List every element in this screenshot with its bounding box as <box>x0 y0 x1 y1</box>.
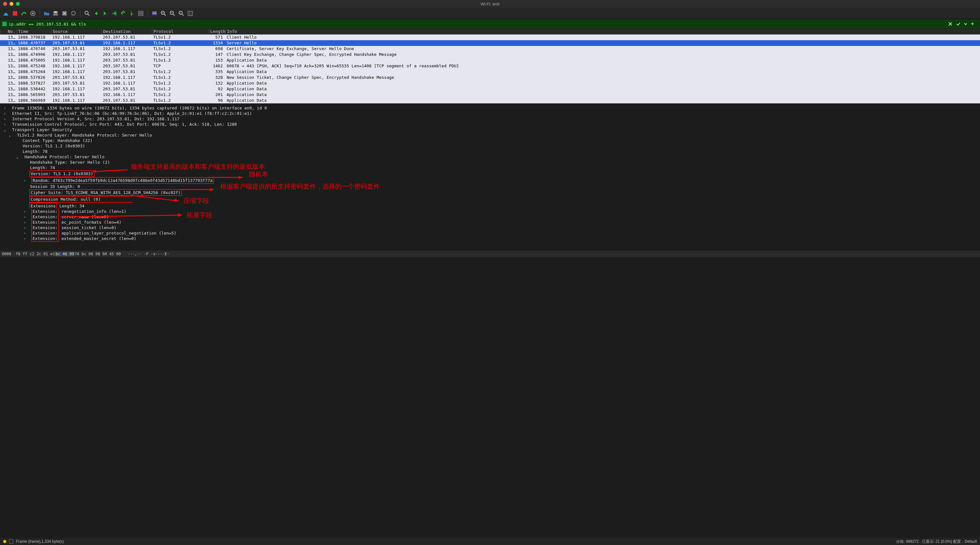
tree-content-type[interactable]: Content Type: Handshake (22) <box>23 138 92 143</box>
tree-handshake-protocol[interactable]: Handshake Protocol: Server Hello <box>25 154 104 159</box>
shark-fin-icon[interactable] <box>3 10 10 17</box>
chevron-right-icon[interactable]: › <box>23 230 27 236</box>
packet-row[interactable]: 13…1888.470740203.107.53.81192.168.1.117… <box>0 46 980 52</box>
packet-list-pane[interactable]: 13…1888.379818192.168.1.117203.107.53.81… <box>0 35 980 104</box>
col-header-time[interactable]: Time <box>17 29 51 34</box>
chevron-right-icon[interactable]: › <box>23 225 27 230</box>
tree-frame[interactable]: Frame 133658: 1334 bytes on wire (10672 … <box>12 106 267 110</box>
tree-ext-alpn[interactable]: application_layer_protocol_negotiation (… <box>61 231 176 235</box>
close-file-icon[interactable] <box>61 10 68 17</box>
goto-first-icon[interactable] <box>119 10 126 17</box>
tree-version-record[interactable]: Version: TLS 1.2 (0x0303) <box>23 144 85 148</box>
tree-ext-prefix: Extension: <box>31 236 59 242</box>
tree-ext-prefix: Extension: <box>31 230 59 236</box>
tree-ext-ec-point[interactable]: ec_point_formats (len=4) <box>61 220 121 225</box>
edit-icon[interactable] <box>9 539 13 544</box>
chevron-right-icon[interactable]: › <box>23 209 27 214</box>
chevron-right-icon[interactable]: › <box>3 105 7 111</box>
open-file-icon[interactable] <box>43 10 50 17</box>
chevron-down-icon[interactable]: ⌄ <box>3 127 7 132</box>
go-back-icon[interactable] <box>92 10 100 17</box>
tree-tcp[interactable]: Transmission Control Protocol, Src Port:… <box>12 122 237 127</box>
auto-scroll-icon[interactable] <box>137 10 144 17</box>
restart-capture-icon[interactable] <box>21 10 27 17</box>
packet-row[interactable]: 13…1888.537826203.107.53.81192.168.1.117… <box>0 75 980 80</box>
tree-ethernet[interactable]: Ethernet II, Src: Tp-LinkT_76:bc:06 (bc:… <box>12 111 252 116</box>
colorize-icon[interactable] <box>151 10 158 17</box>
minimize-window-icon[interactable] <box>10 2 13 6</box>
svg-line-7 <box>88 14 89 16</box>
capture-options-icon[interactable] <box>29 10 37 17</box>
col-header-source[interactable]: Source <box>51 29 102 34</box>
col-header-protocol[interactable]: Protocol <box>152 29 209 34</box>
tree-extensions-length[interactable]: Length: 34 <box>59 203 84 208</box>
packet-row[interactable]: 13…1888.538442192.168.1.117203.107.53.81… <box>0 86 980 92</box>
tree-random[interactable]: Random: d763c799e2dea5f59fb9dc12a476598d… <box>31 177 214 184</box>
packet-details-pane[interactable]: › Frame 133658: 1334 bytes on wire (1067… <box>0 104 980 251</box>
chevron-down-icon[interactable]: ⌄ <box>8 132 12 138</box>
packet-row[interactable]: 13…1888.475248192.168.1.117203.107.53.81… <box>0 63 980 69</box>
col-header-length[interactable]: Length <box>209 29 225 34</box>
tree-tls-record[interactable]: TLSv1.2 Record Layer: Handshake Protocol… <box>17 133 152 138</box>
hex-view-pane[interactable]: 0000 f8 ff c2 2c 01 e1 bc 46 99 76 bc 06… <box>0 251 980 257</box>
chevron-right-icon[interactable]: › <box>3 122 7 127</box>
packet-row[interactable]: 13…1888.565903203.107.53.81192.168.1.117… <box>0 92 980 98</box>
clear-filter-icon[interactable] <box>948 21 953 27</box>
stop-capture-icon[interactable] <box>11 10 19 17</box>
chevron-right-icon[interactable]: › <box>23 219 27 225</box>
packet-list-header: No. Time Source Destination Protocol Len… <box>0 29 980 35</box>
expert-info-led-icon[interactable] <box>3 540 6 543</box>
bookmark-icon[interactable] <box>2 22 7 26</box>
chevron-down-icon[interactable]: ⌄ <box>15 154 19 159</box>
find-packet-icon[interactable] <box>84 10 91 17</box>
tree-ext-renegotiation[interactable]: renegotiation_info (len=1) <box>61 209 126 214</box>
display-filter-input[interactable] <box>7 21 948 27</box>
col-header-destination[interactable]: Destination <box>102 29 152 34</box>
svg-point-6 <box>85 11 88 14</box>
tree-ext-session-ticket[interactable]: session_ticket (len=0) <box>61 225 116 230</box>
packet-row[interactable]: 13…1888.470737203.107.53.81192.168.1.117… <box>0 40 980 46</box>
tree-ext-server-name[interactable]: server_name (len=0) <box>61 215 109 219</box>
chevron-right-icon[interactable]: › <box>23 178 27 183</box>
tree-tls[interactable]: Transport Layer Security <box>12 127 72 132</box>
tree-ext-prefix: Extension: <box>31 214 59 219</box>
add-filter-button-icon[interactable]: + <box>971 21 976 27</box>
save-file-icon[interactable] <box>52 10 59 17</box>
reload-file-icon[interactable] <box>70 10 77 17</box>
go-forward-icon[interactable] <box>102 10 108 17</box>
packet-row[interactable]: 13…1888.537827203.107.53.81192.168.1.117… <box>0 80 980 86</box>
apply-filter-icon[interactable] <box>955 21 961 27</box>
filter-dropdown-icon[interactable] <box>963 21 968 27</box>
tree-cipher-suite[interactable]: Cipher Suite: TLS_ECDHE_RSA_WITH_AES_128… <box>29 189 182 196</box>
maximize-window-icon[interactable] <box>16 2 20 6</box>
tree-ext-prefix: Extension: <box>31 219 59 225</box>
chevron-right-icon[interactable]: › <box>23 214 27 219</box>
tree-handshake-type[interactable]: Handshake Type: Server Hello (2) <box>30 160 110 165</box>
col-header-info[interactable]: Info <box>225 29 980 34</box>
chevron-right-icon[interactable]: › <box>3 116 7 122</box>
tree-compression-method[interactable]: Compression Method: null (0) <box>29 196 132 203</box>
tree-ext-left: Extensions <box>29 203 57 209</box>
hex-ascii: ···,·· ·F ·v····E· <box>128 252 169 256</box>
goto-last-icon[interactable] <box>128 10 135 17</box>
packet-row[interactable]: 13…1888.566969192.168.1.117203.107.53.81… <box>0 98 980 103</box>
tree-ip[interactable]: Internet Protocol Version 4, Src: 203.10… <box>12 116 180 121</box>
zoom-reset-icon[interactable]: 1 <box>178 10 185 17</box>
tree-handshake-version[interactable]: Version: TLS 1.2 (0x0303) <box>29 170 94 177</box>
tree-length-record[interactable]: Length: 78 <box>23 149 48 154</box>
zoom-out-icon[interactable] <box>169 10 176 17</box>
chevron-right-icon[interactable]: › <box>3 111 7 116</box>
packet-row[interactable]: 13…1888.474906192.168.1.117203.107.53.81… <box>0 52 980 57</box>
zoom-in-icon[interactable] <box>160 10 167 17</box>
tree-session-id-length[interactable]: Session ID Length: 0 <box>30 184 80 189</box>
packet-row[interactable]: 13…1888.379818192.168.1.117203.107.53.81… <box>0 35 980 40</box>
tree-handshake-length[interactable]: Length: 74 <box>30 165 55 170</box>
tree-ext-master-secret[interactable]: extended_master_secret (len=0) <box>61 236 136 241</box>
col-header-no[interactable]: No. <box>0 29 17 34</box>
resize-columns-icon[interactable] <box>187 10 194 17</box>
packet-row[interactable]: 13…1888.475005192.168.1.117203.107.53.81… <box>0 57 980 63</box>
packet-row[interactable]: 13…1888.475264192.168.1.117203.107.53.81… <box>0 69 980 75</box>
close-window-icon[interactable] <box>3 2 7 6</box>
chevron-right-icon[interactable]: › <box>23 236 27 241</box>
goto-packet-icon[interactable] <box>110 10 118 17</box>
